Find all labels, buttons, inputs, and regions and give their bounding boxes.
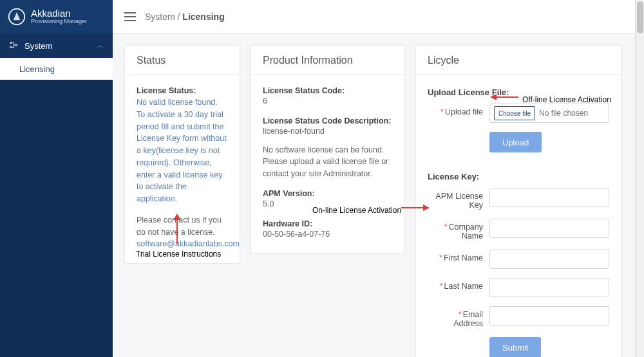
last-name-label: Last Name: [444, 282, 483, 291]
status-code-label: License Status Code:: [263, 86, 393, 95]
status-desc-value: license-not-found: [263, 125, 393, 138]
brand-logo-icon: [8, 8, 26, 26]
upload-section-label: Upload License File:: [428, 87, 609, 97]
breadcrumb: System / Licensing: [145, 12, 225, 22]
apm-license-key-label: APM License Key: [428, 188, 483, 210]
brand-subtitle: Provisioning Manager: [31, 19, 87, 25]
first-name-label: First Name: [444, 253, 483, 262]
breadcrumb-current: Licensing: [182, 12, 224, 22]
breadcrumb-parent: System: [145, 12, 175, 22]
svg-point-3: [15, 44, 17, 45]
file-chosen-text: No file chosen: [539, 109, 588, 118]
company-input[interactable]: [489, 219, 609, 238]
company-label: Company Name: [449, 223, 484, 241]
status-desc-label: License Status Code Description:: [263, 116, 393, 125]
product-info-card: Product Information License Status Code:…: [251, 45, 405, 253]
main: System / Licensing Status License Status…: [113, 0, 644, 357]
last-name-input[interactable]: [489, 278, 609, 297]
licycle-card: Licycle Upload License File: *Upload fil…: [415, 45, 621, 357]
system-icon: [9, 41, 18, 51]
scrollbar[interactable]: [635, 0, 644, 357]
apm-license-key-input[interactable]: [489, 188, 609, 207]
email-input[interactable]: [489, 306, 609, 325]
choose-file-button[interactable]: Choose file: [494, 106, 535, 120]
file-input[interactable]: Choose file No file chosen: [489, 104, 609, 123]
status-desc-long: No software license can be found. Please…: [263, 144, 393, 180]
product-card-title: Product Information: [251, 46, 404, 75]
svg-point-1: [10, 42, 12, 43]
status-card: Status License Status: No valid license …: [124, 45, 240, 264]
status-code-value: 6: [263, 95, 393, 107]
license-status-text: No valid license found. To activate a 30…: [137, 96, 228, 205]
sidebar-item-label: Licensing: [19, 64, 55, 74]
scrollbar-thumb[interactable]: [637, 1, 643, 33]
apm-version-label: APM Version:: [263, 189, 393, 198]
upload-file-label: Upload file: [445, 107, 483, 116]
apm-version-value: 5.0: [263, 198, 393, 210]
chevron-up-icon: ︿: [97, 41, 104, 50]
license-key-section-label: License Key:: [428, 172, 609, 181]
contact-text: Please contact us if you do not have a l…: [137, 214, 228, 239]
upload-button[interactable]: Upload: [489, 132, 542, 152]
content: Status License Status: No valid license …: [113, 33, 644, 357]
sidebar-group-label: System: [24, 41, 52, 51]
hardware-id-value: 00-50-56-a4-07-76: [263, 228, 393, 241]
brand: Akkadian Provisioning Manager: [0, 0, 113, 33]
svg-point-2: [10, 46, 12, 48]
sidebar-item-system[interactable]: System ︿: [0, 33, 113, 58]
contact-email[interactable]: software@akkadianlabs.com: [137, 238, 228, 250]
first-name-input[interactable]: [489, 250, 609, 269]
sidebar-item-licensing[interactable]: Licensing: [0, 58, 113, 80]
status-card-title: Status: [125, 46, 240, 75]
submit-button[interactable]: Submit: [489, 337, 541, 357]
hardware-id-label: Hardware ID:: [263, 219, 393, 228]
menu-toggle-icon[interactable]: [124, 12, 136, 21]
sidebar: Akkadian Provisioning Manager System ︿ L…: [0, 0, 113, 357]
license-status-label: License Status:: [137, 86, 228, 95]
topbar: System / Licensing: [113, 0, 644, 33]
licycle-card-title: Licycle: [416, 46, 621, 75]
brand-title: Akkadian: [31, 8, 87, 19]
